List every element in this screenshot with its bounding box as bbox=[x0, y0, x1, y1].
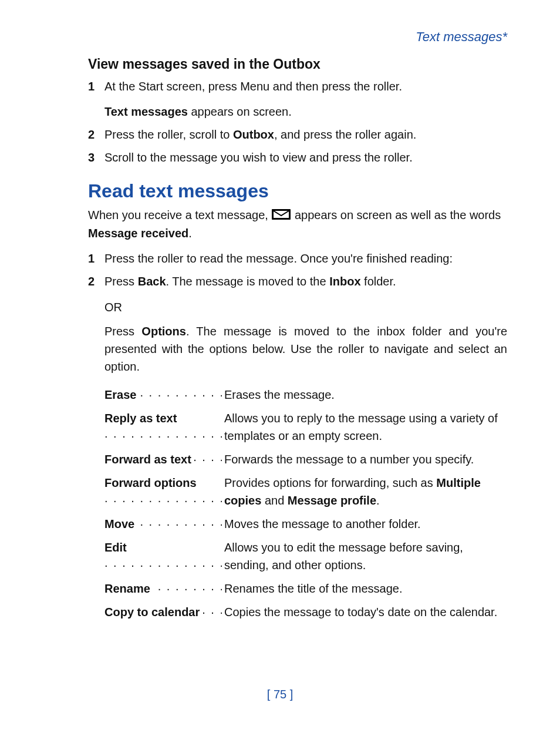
option-label: Reply as text . . . . . . . . . . . . . … bbox=[104, 409, 222, 445]
manual-page: Text messages* View messages saved in th… bbox=[0, 0, 560, 733]
option-label: Copy to calendar . . . . . . . . . . . .… bbox=[104, 603, 222, 621]
option-desc: Allows you to reply to the message using… bbox=[222, 409, 507, 445]
step-text-after: , and press the roller again. bbox=[274, 128, 416, 141]
leader-dots: . . . . . . . . . . . . . . . . . . . bbox=[104, 425, 222, 442]
intro-before: When you receive a text message, bbox=[88, 209, 271, 221]
envelope-icon bbox=[271, 208, 291, 225]
desc-mid: and bbox=[261, 494, 287, 507]
option-desc: Renames the title of the message. bbox=[222, 580, 507, 597]
option-desc: Erases the message. bbox=[222, 386, 507, 404]
intro-bold-tail: Message received bbox=[88, 227, 188, 240]
option-label-text: Erase bbox=[104, 388, 138, 401]
option-row: Erase . . . . . . . . . . . . . . . . . … bbox=[104, 386, 507, 404]
options-intro: Press Options. The message is moved to t… bbox=[104, 322, 507, 375]
step-text-before: Press the roller, scroll to bbox=[104, 128, 233, 141]
section-heading-read: Read text messages bbox=[88, 180, 507, 202]
list-item: 1 Press the roller to read the message. … bbox=[88, 250, 507, 267]
step-body: Press the roller to read the message. On… bbox=[104, 250, 507, 267]
option-row: Copy to calendar . . . . . . . . . . . .… bbox=[104, 603, 507, 621]
step-number: 2 bbox=[88, 126, 104, 143]
step-bold1: Back bbox=[138, 275, 166, 288]
option-label-text: Rename bbox=[104, 582, 151, 595]
page-number-value: 75 bbox=[274, 688, 286, 701]
option-desc: Moves the message to another folder. bbox=[222, 515, 507, 533]
bracket-right: ] bbox=[286, 688, 293, 701]
option-desc: Provides options for forwarding, such as… bbox=[222, 474, 507, 509]
intro-paragraph: When you receive a text message, appears… bbox=[88, 207, 507, 242]
option-desc: Allows you to edit the message before sa… bbox=[222, 539, 507, 574]
leader-dots: . . . . . . . . . . . . . . . . . . . bbox=[104, 554, 222, 571]
option-row: Rename . . . . . . . . . . . . . . . . .… bbox=[104, 580, 507, 597]
option-label-text: Forward as text bbox=[104, 453, 193, 466]
step-followup: Text messages appears on screen. bbox=[104, 103, 507, 120]
or-label: OR bbox=[104, 301, 507, 314]
step-text: Scroll to the message you wish to view a… bbox=[104, 151, 413, 164]
bracket-left: [ bbox=[267, 688, 274, 701]
desc-pre: Provides options for forwarding, such as bbox=[224, 476, 436, 489]
step-text: Press the roller to read the message. On… bbox=[104, 252, 453, 265]
read-steps: 1 Press the roller to read the message. … bbox=[88, 250, 507, 290]
list-item: 2 Press Back. The message is moved to th… bbox=[88, 273, 507, 290]
options-list: Erase . . . . . . . . . . . . . . . . . … bbox=[88, 386, 507, 621]
step-body: At the Start screen, press Menu and then… bbox=[104, 78, 507, 120]
option-label-text: Move bbox=[104, 517, 136, 530]
step-post: folder. bbox=[361, 275, 396, 288]
step-followup-bold: Text messages bbox=[104, 105, 188, 118]
step-body: Press the roller, scroll to Outbox, and … bbox=[104, 126, 507, 143]
option-label-text: Edit bbox=[104, 541, 128, 554]
option-row: Move . . . . . . . . . . . . . . . . . .… bbox=[104, 515, 507, 533]
step-number: 1 bbox=[88, 78, 104, 95]
desc-post: . bbox=[376, 494, 380, 507]
option-label: Move . . . . . . . . . . . . . . . . . .… bbox=[104, 515, 222, 533]
step-number: 2 bbox=[88, 273, 104, 290]
option-label: Forward as text . . . . . . . . . . . . … bbox=[104, 450, 222, 468]
view-outbox-steps: 1 At the Start screen, press Menu and th… bbox=[88, 78, 507, 166]
step-bold2: Inbox bbox=[329, 275, 360, 288]
list-item: 1 At the Start screen, press Menu and th… bbox=[88, 78, 507, 120]
option-row: Reply as text . . . . . . . . . . . . . … bbox=[104, 409, 507, 445]
list-item: 3 Scroll to the message you wish to view… bbox=[88, 149, 507, 166]
step-followup-rest: appears on screen. bbox=[188, 105, 292, 118]
step-body: Scroll to the message you wish to view a… bbox=[104, 149, 507, 166]
option-row: Edit . . . . . . . . . . . . . . . . . .… bbox=[104, 539, 507, 574]
intro-tail-punct: . bbox=[188, 227, 192, 240]
option-label-text: Reply as text bbox=[104, 412, 178, 425]
leader-dots: . . . . . . . . . . . . . . . . . . . bbox=[104, 489, 222, 507]
option-label: Rename . . . . . . . . . . . . . . . . .… bbox=[104, 580, 222, 597]
list-item: 2 Press the roller, scroll to Outbox, an… bbox=[88, 126, 507, 143]
running-header: Text messages* bbox=[88, 29, 507, 45]
option-label: Erase . . . . . . . . . . . . . . . . . … bbox=[104, 386, 222, 404]
option-label-text: Forward options bbox=[104, 476, 198, 489]
intro-after: appears on screen as well as the words bbox=[295, 209, 501, 221]
option-desc: Copies the message to today's date on th… bbox=[222, 603, 507, 621]
option-row: Forward as text . . . . . . . . . . . . … bbox=[104, 450, 507, 468]
step-number: 3 bbox=[88, 149, 104, 166]
trail-bold: Options bbox=[141, 325, 186, 338]
step-number: 1 bbox=[88, 250, 104, 267]
step-text-bold: Outbox bbox=[233, 128, 274, 141]
step-pre: Press bbox=[104, 275, 138, 288]
step-mid: . The message is moved to the bbox=[166, 275, 330, 288]
option-row: Forward options . . . . . . . . . . . . … bbox=[104, 474, 507, 509]
step-body: Press Back. The message is moved to the … bbox=[104, 273, 507, 290]
trail-pre: Press bbox=[104, 325, 141, 338]
desc-bold2: Message profile bbox=[288, 494, 376, 507]
option-label: Edit . . . . . . . . . . . . . . . . . .… bbox=[104, 539, 222, 574]
option-desc: Forwards the message to a number you spe… bbox=[222, 450, 507, 468]
option-label-text: Copy to calendar bbox=[104, 606, 201, 618]
step-text: At the Start screen, press Menu and then… bbox=[104, 80, 402, 93]
page-number: [ 75 ] bbox=[0, 688, 560, 701]
option-label: Forward options . . . . . . . . . . . . … bbox=[104, 474, 222, 509]
section-heading-view-outbox: View messages saved in the Outbox bbox=[88, 56, 507, 72]
